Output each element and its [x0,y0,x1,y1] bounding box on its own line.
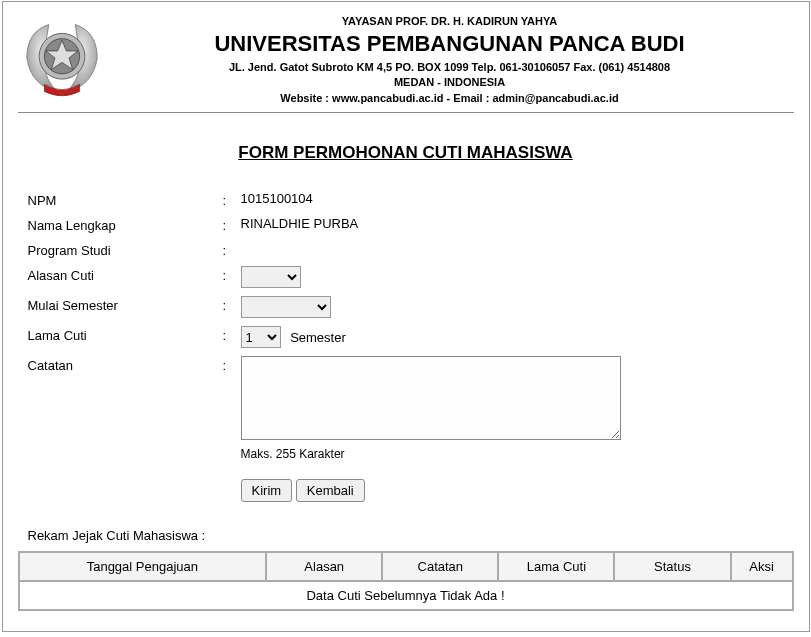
header-text: YAYASAN PROF. DR. H. KADIRUN YAHYA UNIVE… [106,12,794,106]
row-npm: NPM : 1015100104 [18,191,794,208]
select-alasan-cuti[interactable] [241,266,301,288]
empty-history-message: Data Cuti Sebelumnya Tidak Ada ! [19,581,793,610]
form-title: FORM PERMOHONAN CUTI MAHASISWA [18,143,794,163]
row-catatan: Catatan : Maks. 255 Karakter [18,356,794,461]
table-empty-row: Data Cuti Sebelumnya Tidak Ada ! [19,581,793,610]
th-lama: Lama Cuti [498,552,614,581]
address-line-1: JL. Jend. Gatot Subroto KM 4,5 PO. BOX 1… [106,60,794,75]
select-lama-cuti[interactable]: 1 [241,326,281,348]
th-catatan: Catatan [382,552,498,581]
select-mulai-semester[interactable] [241,296,331,318]
label-lama: Lama Cuti [28,326,223,343]
lama-unit-label: Semester [290,330,346,345]
kembali-button[interactable]: Kembali [296,479,365,502]
table-header-row: Tanggal Pengajuan Alasan Catatan Lama Cu… [19,552,793,581]
th-aksi: Aksi [731,552,793,581]
address-line-3: Website : www.pancabudi.ac.id - Email : … [106,91,794,106]
page-frame: YAYASAN PROF. DR. H. KADIRUN YAHYA UNIVE… [2,1,810,632]
label-alasan: Alasan Cuti [28,266,223,283]
th-alasan: Alasan [266,552,382,581]
history-table: Tanggal Pengajuan Alasan Catatan Lama Cu… [18,551,794,611]
th-status: Status [614,552,730,581]
catatan-maxlen-note: Maks. 255 Karakter [241,447,794,461]
university-logo-icon [18,14,106,102]
row-nama: Nama Lengkap : RINALDHIE PURBA [18,216,794,233]
label-catatan: Catatan [28,356,223,373]
yayasan-line: YAYASAN PROF. DR. H. KADIRUN YAHYA [106,14,794,29]
university-name: UNIVERSITAS PEMBANGUNAN PANCA BUDI [106,29,794,59]
form-buttons: Kirim Kembali [241,479,794,502]
label-prodi: Program Studi [28,241,223,258]
value-npm: 1015100104 [241,191,794,206]
value-nama: RINALDHIE PURBA [241,216,794,231]
address-line-2: MEDAN - INDONESIA [106,75,794,90]
textarea-catatan[interactable] [241,356,621,440]
kirim-button[interactable]: Kirim [241,479,293,502]
row-alasan: Alasan Cuti : [18,266,794,288]
th-tanggal: Tanggal Pengajuan [19,552,267,581]
row-lama: Lama Cuti : 1 Semester [18,326,794,348]
row-prodi: Program Studi : [18,241,794,258]
label-nama: Nama Lengkap [28,216,223,233]
row-mulai: Mulai Semester : [18,296,794,318]
history-title: Rekam Jejak Cuti Mahasiswa : [18,528,794,543]
label-mulai: Mulai Semester [28,296,223,313]
header: YAYASAN PROF. DR. H. KADIRUN YAHYA UNIVE… [18,12,794,113]
label-npm: NPM [28,191,223,208]
